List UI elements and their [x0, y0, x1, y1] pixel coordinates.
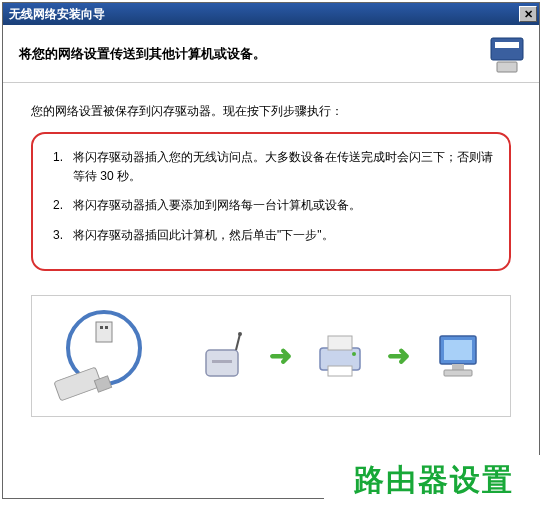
- step-item: 1. 将闪存驱动器插入您的无线访问点。大多数设备在传送完成时会闪三下；否则请等待…: [53, 148, 493, 186]
- header-text: 将您的网络设置传送到其他计算机或设备。: [19, 45, 266, 63]
- illustration-panel: ➜ ➜: [31, 295, 511, 417]
- svg-rect-14: [328, 336, 352, 350]
- svg-rect-1: [495, 42, 519, 48]
- wizard-dialog: 无线网络安装向导 ✕ 将您的网络设置传送到其他计算机或设备。 您的网络设置被保存…: [2, 2, 540, 499]
- step-number: 3.: [53, 226, 73, 245]
- watermark-overlay: 路由器设置: [324, 455, 544, 505]
- step-text: 将闪存驱动器插回此计算机，然后单击"下一步"。: [73, 226, 493, 245]
- step-item: 3. 将闪存驱动器插回此计算机，然后单击"下一步"。: [53, 226, 493, 245]
- titlebar: 无线网络安装向导 ✕: [3, 3, 539, 25]
- step-text: 将闪存驱动器插入要添加到网络每一台计算机或设备。: [73, 196, 493, 215]
- printer-network-icon: [485, 32, 529, 76]
- step-number: 2.: [53, 196, 73, 215]
- instructions-box: 1. 将闪存驱动器插入您的无线访问点。大多数设备在传送完成时会闪三下；否则请等待…: [31, 132, 511, 271]
- svg-rect-0: [491, 38, 523, 60]
- close-button[interactable]: ✕: [519, 6, 537, 22]
- intro-text: 您的网络设置被保存到闪存驱动器。现在按下列步骤执行：: [31, 103, 511, 120]
- svg-rect-15: [328, 366, 352, 376]
- svg-rect-18: [444, 340, 472, 360]
- svg-point-11: [238, 332, 242, 336]
- usb-drive-icon: [54, 306, 174, 406]
- dialog-header: 将您的网络设置传送到其他计算机或设备。: [3, 25, 539, 83]
- svg-rect-6: [105, 326, 108, 329]
- arrow-icon: ➜: [269, 339, 292, 372]
- close-icon: ✕: [524, 8, 533, 21]
- arrow-icon: ➜: [387, 339, 410, 372]
- svg-rect-4: [96, 322, 112, 342]
- printer-icon: [310, 326, 370, 386]
- step-number: 1.: [53, 148, 73, 186]
- svg-point-16: [352, 352, 356, 356]
- content-area: 您的网络设置被保存到闪存驱动器。现在按下列步骤执行： 1. 将闪存驱动器插入您的…: [3, 83, 539, 447]
- svg-rect-5: [100, 326, 103, 329]
- window-title: 无线网络安装向导: [9, 6, 105, 23]
- steps-list: 1. 将闪存驱动器插入您的无线访问点。大多数设备在传送完成时会闪三下；否则请等待…: [53, 148, 493, 245]
- step-text: 将闪存驱动器插入您的无线访问点。大多数设备在传送完成时会闪三下；否则请等待 30…: [73, 148, 493, 186]
- svg-rect-2: [497, 62, 517, 72]
- svg-rect-20: [444, 370, 472, 376]
- svg-rect-12: [212, 360, 232, 363]
- svg-rect-19: [452, 364, 464, 370]
- computer-icon: [428, 326, 488, 386]
- wireless-router-icon: [192, 326, 252, 386]
- step-item: 2. 将闪存驱动器插入要添加到网络每一台计算机或设备。: [53, 196, 493, 215]
- svg-line-10: [236, 334, 240, 350]
